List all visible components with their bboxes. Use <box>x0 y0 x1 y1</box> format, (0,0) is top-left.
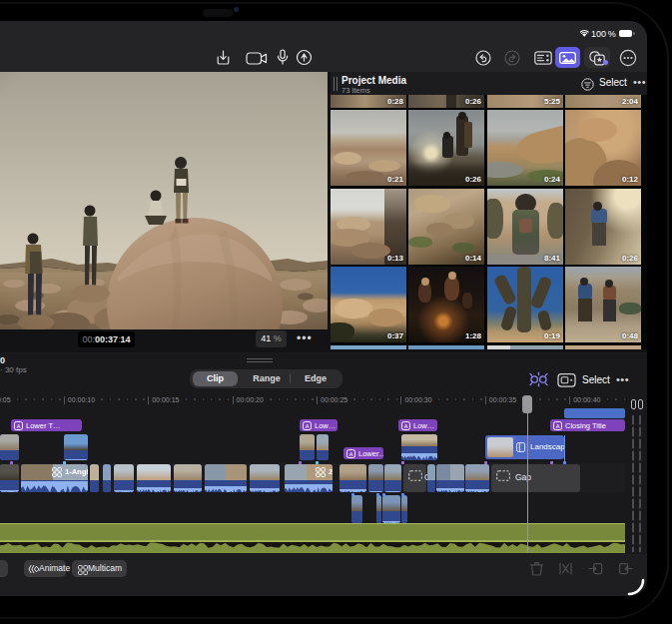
svg-text:A: A <box>404 423 408 429</box>
svg-text:A: A <box>556 423 560 429</box>
svg-text:A: A <box>306 423 310 429</box>
svg-text:A: A <box>17 423 21 429</box>
svg-text:A: A <box>349 451 353 457</box>
